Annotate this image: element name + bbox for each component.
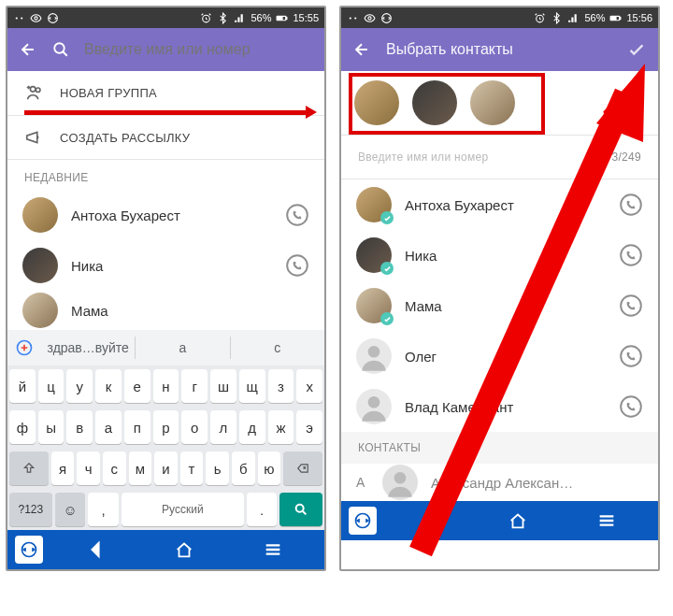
suggestion[interactable]: с: [231, 337, 324, 359]
key-п[interactable]: п: [124, 410, 150, 444]
key-и[interactable]: и: [154, 451, 178, 485]
key-м[interactable]: м: [129, 451, 152, 485]
space-key[interactable]: Русский: [122, 493, 244, 526]
svg-point-28: [621, 346, 641, 366]
key-л[interactable]: л: [210, 410, 236, 444]
key-т[interactable]: т: [180, 451, 204, 485]
back-icon[interactable]: [352, 40, 371, 59]
name-input-placeholder[interactable]: Введите имя или номер: [358, 150, 488, 164]
search-input[interactable]: [84, 41, 313, 58]
shift-key[interactable]: [9, 451, 49, 485]
viber-call-icon[interactable]: [619, 294, 643, 318]
svg-point-17: [354, 17, 356, 19]
backspace-key[interactable]: [283, 451, 322, 485]
key-я[interactable]: я: [51, 451, 75, 485]
symbols-key[interactable]: ?123: [9, 493, 52, 526]
key-к[interactable]: к: [95, 369, 122, 403]
key-б[interactable]: б: [232, 451, 255, 485]
key-ш[interactable]: ш: [210, 369, 236, 403]
key-г[interactable]: г: [181, 369, 208, 403]
contact-row[interactable]: Олег: [341, 331, 658, 381]
contact-row[interactable]: Мама: [341, 280, 658, 331]
contact-row[interactable]: Ника: [341, 230, 658, 280]
contact-row[interactable]: Мама: [7, 291, 324, 330]
nav-recent-icon[interactable]: [263, 539, 283, 560]
key-й[interactable]: й: [9, 369, 36, 403]
key-ж[interactable]: ж: [268, 410, 294, 444]
selected-avatar[interactable]: [354, 80, 399, 125]
contact-row[interactable]: Влад Камендант: [341, 381, 658, 432]
nav-home-icon[interactable]: [508, 510, 528, 531]
nav-back-icon[interactable]: [419, 510, 439, 531]
nav-recent-icon[interactable]: [596, 510, 617, 531]
key-у[interactable]: у: [66, 369, 93, 403]
key-ю[interactable]: ю: [258, 451, 281, 485]
new-group-row[interactable]: НОВАЯ ГРУППА: [7, 71, 324, 114]
svg-point-16: [350, 17, 351, 19]
viber-call-icon[interactable]: [285, 203, 309, 227]
key-о[interactable]: о: [181, 410, 208, 444]
key-ы[interactable]: ы: [38, 410, 64, 444]
app-bar: [7, 28, 324, 71]
key-ь[interactable]: ь: [206, 451, 229, 485]
avatar: [356, 187, 392, 222]
key-э[interactable]: э: [296, 410, 322, 444]
contact-name: Антоха Бухарест: [71, 208, 272, 223]
svg-point-27: [368, 346, 380, 358]
avatar: [382, 465, 418, 500]
key-х[interactable]: х: [296, 369, 322, 403]
search-key[interactable]: [279, 493, 322, 526]
viber-call-icon[interactable]: [619, 394, 643, 419]
key-а[interactable]: а: [95, 410, 122, 444]
eye-icon: [364, 12, 376, 24]
status-bar: 56% 15:55: [7, 7, 324, 28]
contact-row[interactable]: Антоха Бухарест: [7, 190, 324, 240]
teamviewer-app-icon[interactable]: [15, 536, 43, 564]
key-в[interactable]: в: [66, 410, 93, 444]
key-щ[interactable]: щ: [239, 369, 265, 403]
viber-call-icon[interactable]: [619, 193, 643, 217]
contact-row[interactable]: Ника: [7, 240, 324, 291]
nav-back-icon[interactable]: [85, 539, 106, 560]
key-с[interactable]: с: [103, 451, 126, 485]
suggestion[interactable]: здрав…вуйте: [41, 337, 136, 359]
alarm-icon: [534, 12, 546, 24]
emoji-key[interactable]: ☺: [55, 493, 86, 526]
viber-call-icon[interactable]: [619, 344, 643, 368]
svg-point-14: [296, 505, 304, 512]
nav-home-icon[interactable]: [174, 539, 194, 560]
selected-contacts-row: [341, 71, 658, 135]
period-key[interactable]: .: [247, 493, 278, 526]
selection-counter: 3/249: [611, 150, 641, 164]
key-е[interactable]: е: [124, 369, 150, 403]
confirm-check-icon[interactable]: [626, 39, 647, 60]
suggestion[interactable]: а: [136, 337, 230, 359]
viber-call-icon[interactable]: [285, 253, 309, 278]
contact-row[interactable]: Антоха Бухарест: [341, 179, 658, 230]
key-д[interactable]: д: [239, 410, 265, 444]
svg-point-29: [368, 396, 380, 408]
teamviewer-app-icon[interactable]: [349, 507, 377, 535]
viber-call-icon[interactable]: [619, 243, 643, 267]
key-н[interactable]: н: [153, 369, 179, 403]
contact-name: Мама: [71, 303, 309, 319]
svg-point-10: [36, 88, 40, 93]
back-icon[interactable]: [19, 40, 37, 59]
svg-rect-7: [286, 17, 287, 19]
key-р[interactable]: р: [153, 410, 179, 444]
contact-row[interactable]: А Александр Алексан…: [341, 464, 658, 501]
battery-icon: [609, 12, 622, 24]
key-ф[interactable]: ф: [9, 410, 36, 444]
selected-avatar[interactable]: [412, 80, 457, 125]
keyboard[interactable]: здрав…вуйте а с йцукенгшщзх фывапролджэ …: [7, 330, 324, 530]
selected-avatar[interactable]: [470, 80, 515, 125]
key-ч[interactable]: ч: [77, 451, 100, 485]
comma-key[interactable]: ,: [88, 493, 119, 526]
key-з[interactable]: з: [268, 369, 294, 403]
search-icon: [52, 41, 69, 58]
google-icon[interactable]: [15, 338, 34, 357]
svg-point-18: [368, 16, 371, 19]
new-broadcast-row[interactable]: СОЗДАТЬ РАССЫЛКУ: [7, 116, 324, 159]
svg-point-24: [621, 194, 641, 215]
key-ц[interactable]: ц: [38, 369, 64, 403]
